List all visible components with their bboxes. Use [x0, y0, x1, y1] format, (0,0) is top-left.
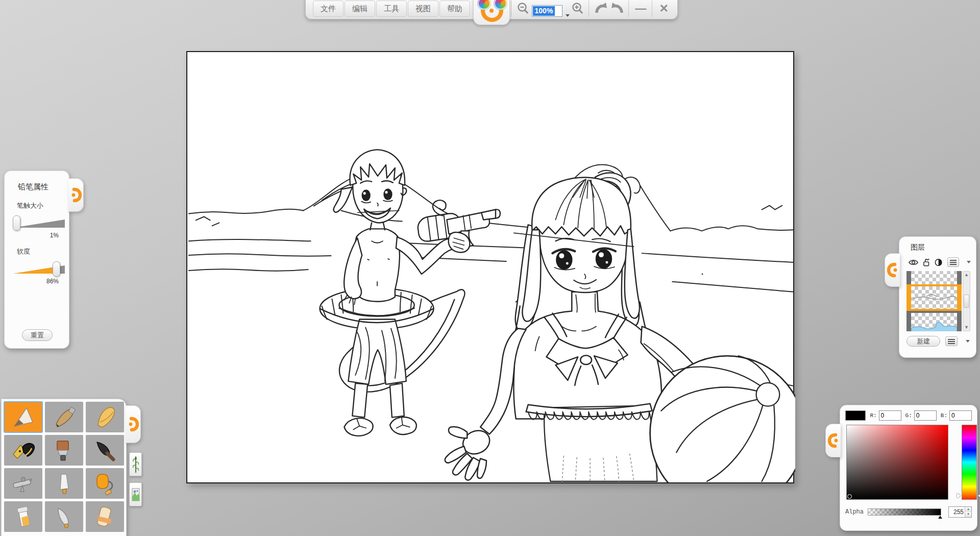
r-label: R:: [870, 412, 876, 419]
alpha-marker[interactable]: [938, 516, 942, 519]
minimize-button[interactable]: —: [632, 1, 649, 17]
visibility-eye-icon[interactable]: [909, 259, 918, 266]
tool-crayon[interactable]: [86, 402, 124, 432]
orange-curl-icon: [887, 262, 898, 278]
layers-panel-collapse-tab[interactable]: [885, 253, 900, 287]
alpha-value: 255: [949, 508, 965, 516]
tool-grid: [4, 402, 124, 532]
crayon-icon: [92, 405, 118, 429]
zoom-in-icon: [571, 2, 584, 15]
hue-slider[interactable]: [962, 425, 977, 500]
menu-help[interactable]: 帮助: [439, 1, 470, 17]
blend-contrast-icon[interactable]: [935, 258, 942, 266]
drawing-canvas[interactable]: [186, 51, 794, 483]
scrollbar-thumb[interactable]: [964, 295, 969, 308]
new-layer-button[interactable]: 新建: [906, 336, 940, 347]
app-mascot-logo[interactable]: [473, 0, 506, 17]
layer-water-thumb: [911, 313, 957, 331]
zoom-dropdown-caret[interactable]: [566, 14, 570, 17]
softness-handle[interactable]: [53, 261, 60, 277]
redo-icon: [610, 2, 625, 15]
tool-wood-pencil[interactable]: [45, 402, 83, 432]
alpha-spin-up-icon[interactable]: ▲: [965, 507, 971, 512]
toolbar-separator: [511, 1, 511, 17]
toolbar-separator: [589, 1, 589, 17]
brush-size-slider[interactable]: [13, 213, 63, 231]
zoom-out-button[interactable]: [515, 1, 532, 17]
brush-size-value: 1%: [13, 232, 59, 239]
tool-airbrush[interactable]: [4, 468, 42, 499]
main-toolbar: 文件 编辑 工具 视图 帮助 100%: [305, 0, 678, 19]
texture-image-icon: [132, 485, 140, 504]
tool-flat-brush[interactable]: [45, 435, 83, 466]
hue-marker-left[interactable]: [957, 493, 961, 498]
lock-open-icon[interactable]: [923, 258, 930, 266]
canvas-artwork: [187, 52, 795, 482]
palette-knife-icon: [51, 471, 78, 496]
pencil-properties-panel: 铅笔属性 笔触大小 1% 软度 86% 重置: [4, 170, 69, 349]
menu-file[interactable]: 文件: [313, 1, 344, 17]
brush-size-track: [14, 220, 65, 228]
color-panel-collapse-tab[interactable]: [825, 424, 841, 457]
tool-fountain-pen[interactable]: [4, 435, 42, 466]
layers-panel: 图层: [899, 236, 976, 358]
orange-curl-icon: [70, 187, 82, 203]
b-input[interactable]: [949, 410, 972, 421]
tool-pencil[interactable]: [4, 402, 42, 432]
undo-button[interactable]: [593, 1, 609, 17]
tool-blade-knife[interactable]: [45, 501, 83, 532]
layer-row-top[interactable]: [906, 271, 962, 284]
tool-palette-collapse-tab[interactable]: [126, 405, 141, 443]
pencil-panel-collapse-tab[interactable]: [68, 178, 84, 212]
zoom-out-icon: [517, 2, 530, 15]
layer-scrollbar[interactable]: ▲ ▼: [963, 271, 970, 331]
tool-paint-jar[interactable]: [4, 501, 42, 532]
brush-size-handle[interactable]: [13, 215, 20, 231]
softness-fill: [14, 265, 58, 274]
layer-menu-button[interactable]: [947, 257, 959, 267]
zoom-level-value: 100%: [533, 6, 555, 16]
tool-palette-knife[interactable]: [45, 468, 83, 499]
plant-brush-button[interactable]: [129, 452, 142, 476]
g-input[interactable]: [914, 410, 937, 421]
softness-label: 软度: [17, 247, 63, 256]
menu-edit[interactable]: 编辑: [345, 1, 375, 17]
pencil-icon: [10, 405, 37, 429]
saturation-value-picker[interactable]: [846, 425, 948, 500]
reset-button[interactable]: 重置: [22, 329, 53, 341]
layer-sketch-thumb: [911, 286, 957, 309]
paint-jar-icon: [10, 504, 37, 529]
close-button[interactable]: ✕: [655, 1, 672, 17]
redo-button[interactable]: [609, 1, 626, 17]
airbrush-icon: [10, 471, 37, 496]
alpha-spinner[interactable]: 255 ▲ ▼: [948, 506, 972, 518]
alpha-spin-down-icon[interactable]: ▼: [965, 512, 971, 517]
blade-knife-icon: [51, 504, 78, 529]
zoom-level-field[interactable]: 100%: [532, 5, 562, 17]
r-input[interactable]: [879, 410, 901, 421]
layer-menu-caret[interactable]: [967, 261, 971, 263]
texture-image-button[interactable]: [129, 482, 142, 506]
layers-options-caret[interactable]: [966, 340, 970, 343]
zoom-in-button[interactable]: [570, 1, 586, 17]
layer-list: [906, 271, 962, 331]
alpha-slider[interactable]: [868, 508, 942, 516]
orange-curl-icon: [828, 433, 839, 448]
tool-ink-brush[interactable]: [86, 435, 124, 466]
hue-marker-right[interactable]: [978, 493, 980, 498]
menu-view[interactable]: 视图: [408, 1, 438, 17]
softness-slider[interactable]: [13, 259, 63, 277]
scroll-down-icon[interactable]: ▼: [964, 325, 969, 330]
layers-toolbar: [909, 257, 971, 267]
menu-tools[interactable]: 工具: [376, 1, 407, 17]
current-color-swatch: [845, 410, 866, 421]
tool-eraser[interactable]: [86, 501, 124, 532]
layer-row-selected[interactable]: [906, 284, 962, 311]
color-picker-panel: R: G: B: Alpha 255 ▲ ▼: [840, 405, 977, 531]
wood-pencil-icon: [51, 405, 78, 429]
layers-options-button[interactable]: [945, 336, 958, 346]
layer-row-bottom[interactable]: [906, 311, 962, 331]
tool-paint-roller[interactable]: [86, 468, 124, 499]
toolbar-separator: [628, 1, 629, 17]
scroll-up-icon[interactable]: ▲: [964, 273, 969, 277]
